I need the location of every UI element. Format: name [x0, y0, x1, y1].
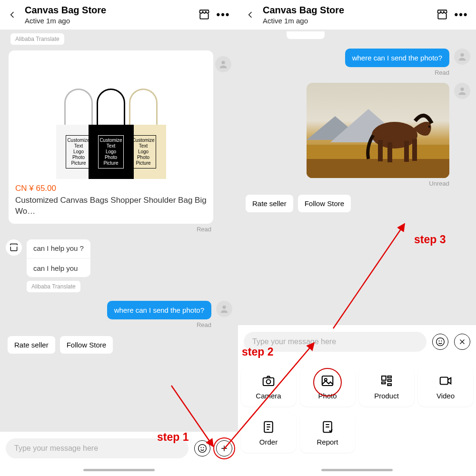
product-image: Customize Text Logo Photo Picture Custom…	[15, 55, 207, 179]
svg-point-4	[203, 447, 204, 448]
store-button[interactable]	[196, 7, 212, 23]
svg-rect-24	[382, 376, 386, 380]
attach-button[interactable]	[216, 440, 232, 456]
back-button[interactable]	[3, 5, 22, 24]
seller-msg-1: can I help you ?	[27, 239, 90, 257]
user-icon	[457, 51, 467, 62]
attach-order-label: Order	[259, 438, 278, 446]
svg-rect-29	[388, 384, 392, 386]
report-icon	[320, 420, 335, 434]
user-icon	[457, 86, 467, 96]
chat-area: where can I send the photo? Read	[238, 30, 476, 325]
message-input[interactable]: Type your message here	[244, 332, 426, 352]
attach-panel: Camera Photo Product Video Order	[238, 360, 476, 467]
read-status: Read	[244, 69, 449, 76]
svg-point-19	[441, 341, 442, 341]
emoji-button[interactable]	[432, 334, 448, 350]
sent-image[interactable]	[307, 83, 449, 178]
chat-area: Alibaba Translate Customize Text Logo Ph…	[0, 30, 238, 432]
translate-pill[interactable]: Alibaba Translate	[10, 33, 64, 45]
svg-point-2	[198, 445, 207, 453]
svg-rect-9	[307, 159, 449, 178]
svg-point-16	[460, 88, 464, 91]
user-avatar[interactable]	[215, 56, 231, 72]
more-button[interactable]: •••	[215, 7, 231, 23]
product-title: Customized Canvas Bags Shopper Shoulder …	[15, 195, 207, 217]
input-bar: Type your message here	[238, 325, 476, 360]
more-button[interactable]: •••	[453, 7, 469, 23]
user-message: where can I send the photo?	[107, 301, 211, 319]
user-icon	[218, 59, 228, 69]
smile-icon	[436, 337, 445, 347]
user-avatar[interactable]	[454, 83, 470, 99]
attach-camera-button[interactable]: Camera	[241, 367, 296, 407]
chat-screen-left: Canvas Bag Store Active 1m ago ••• Aliba…	[0, 0, 238, 476]
attach-report-button[interactable]: Report	[300, 413, 355, 453]
rate-seller-button[interactable]: Rate seller	[246, 195, 293, 212]
follow-store-button[interactable]: Follow Store	[60, 336, 113, 354]
svg-rect-11	[378, 140, 383, 161]
storefront-icon	[198, 9, 210, 21]
storefront-icon	[436, 9, 448, 21]
seller-msg-2: can I help you	[27, 259, 84, 277]
attach-video-label: Video	[436, 392, 455, 400]
input-bar: Type your message here	[0, 432, 238, 467]
unread-status: Unread	[244, 180, 449, 187]
follow-store-button[interactable]: Follow Store	[298, 195, 351, 212]
close-icon	[458, 337, 466, 346]
store-title: Canvas Bag Store	[263, 5, 431, 16]
back-button[interactable]	[241, 5, 260, 24]
photo-icon	[320, 374, 335, 388]
translate-pill-2[interactable]: Alibaba Translate	[27, 281, 80, 292]
partial-card-edge	[287, 31, 325, 39]
attach-product-button[interactable]: Product	[359, 367, 414, 407]
header: Canvas Bag Store Active 1m ago •••	[238, 0, 476, 30]
attach-photo-button[interactable]: Photo	[300, 367, 355, 407]
chevron-left-icon	[8, 10, 17, 20]
svg-rect-26	[388, 380, 392, 382]
home-indicator	[83, 469, 155, 471]
attach-order-button[interactable]: Order	[241, 413, 296, 453]
svg-rect-12	[387, 142, 392, 162]
svg-point-15	[428, 126, 430, 128]
seller-message-block: can I help you ? can I help you Alibaba …	[27, 239, 213, 292]
attach-product-label: Product	[374, 392, 399, 400]
store-button[interactable]	[434, 7, 450, 23]
smile-icon	[198, 444, 207, 453]
attach-video-button[interactable]: Video	[418, 367, 473, 407]
horse-image	[307, 83, 449, 178]
header: Canvas Bag Store Active 1m ago •••	[0, 0, 238, 30]
svg-rect-22	[322, 376, 333, 386]
attach-photo-label: Photo	[318, 392, 337, 400]
user-avatar[interactable]	[216, 301, 232, 317]
chat-screen-right: Canvas Bag Store Active 1m ago ••• where…	[238, 0, 476, 476]
product-card[interactable]: Customize Text Logo Photo Picture Custom…	[9, 50, 213, 224]
seller-avatar[interactable]	[6, 239, 22, 256]
read-status: Read	[6, 226, 211, 233]
product-price: CN ¥ 65.00	[15, 184, 207, 193]
svg-rect-14	[412, 139, 417, 161]
svg-rect-27	[382, 382, 386, 384]
emoji-button[interactable]	[194, 440, 210, 456]
rate-seller-button[interactable]: Rate seller	[8, 336, 55, 354]
camera-icon	[261, 374, 276, 388]
product-icon	[379, 374, 394, 388]
svg-point-21	[267, 380, 271, 384]
chevron-left-icon	[246, 10, 255, 20]
plus-icon	[219, 444, 229, 453]
svg-rect-13	[404, 141, 409, 162]
close-attach-button[interactable]	[454, 334, 470, 350]
message-input[interactable]: Type your message here	[6, 438, 188, 458]
svg-rect-20	[263, 378, 274, 386]
user-icon	[219, 304, 229, 314]
user-avatar[interactable]	[454, 49, 470, 65]
user-message: where can I send the photo?	[345, 49, 449, 67]
order-icon	[261, 420, 276, 434]
presence-status: Active 1m ago	[25, 17, 193, 25]
home-indicator	[321, 469, 393, 471]
attach-camera-label: Camera	[256, 392, 281, 400]
presence-status: Active 1m ago	[263, 17, 431, 25]
svg-point-18	[439, 341, 439, 341]
video-icon	[438, 374, 453, 388]
attach-report-label: Report	[317, 438, 338, 446]
